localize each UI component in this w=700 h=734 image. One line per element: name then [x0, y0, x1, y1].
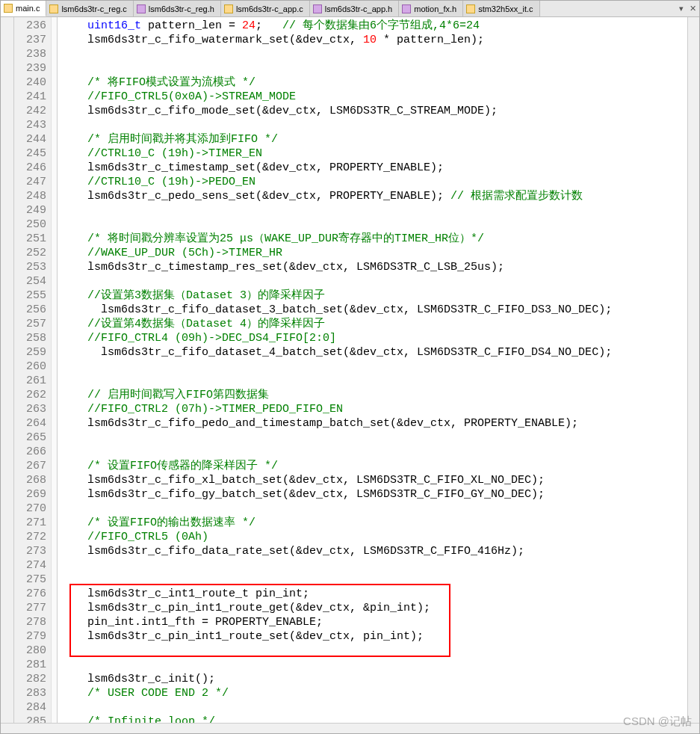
code-line[interactable]: lsm6ds3tr_c_int1_route_t pin_int;	[61, 587, 687, 601]
line-number: 249	[14, 203, 46, 218]
code-line[interactable]: lsm6ds3tr_c_timestamp_set(&dev_ctx, PROP…	[61, 161, 687, 175]
code-line[interactable]: //设置第4数据集（Dataset 4）的降采样因子	[61, 317, 687, 331]
code-line[interactable]: /* Infinite loop */	[61, 715, 687, 723]
code-line[interactable]: lsm6ds3tr_c_fifo_mode_set(&dev_ctx, LSM6…	[61, 104, 687, 118]
code-line[interactable]: /* 将FIFO模式设置为流模式 */	[61, 75, 687, 90]
code-line[interactable]: lsm6ds3tr_c_fifo_pedo_and_timestamp_batc…	[61, 416, 687, 431]
line-number: 247	[14, 175, 46, 189]
code-line[interactable]: lsm6ds3tr_c_fifo_data_rate_set(&dev_ctx,…	[61, 544, 687, 558]
code-line[interactable]: //FIFO_CTRL2 (07h)->TIMER_PEDO_FIFO_EN	[61, 402, 687, 416]
line-number: 266	[14, 445, 46, 459]
code-line[interactable]: lsm6ds3tr_c_fifo_dataset_3_batch_set(&de…	[61, 303, 687, 317]
tab-stm32h5xx-it-c[interactable]: stm32h5xx_it.c	[463, 1, 539, 16]
tab-label: motion_fx.h	[414, 4, 456, 13]
line-number: 256	[14, 303, 46, 317]
code-area[interactable]: uint16_t pattern_len = 24; // 每个数据集由6个字节…	[58, 17, 687, 723]
code-line[interactable]	[61, 274, 687, 289]
tab-dropdown-icon[interactable]: ▾	[676, 4, 687, 13]
line-number: 242	[14, 104, 46, 118]
tab-main-c[interactable]: main.c	[1, 1, 46, 16]
line-number: 237	[14, 33, 46, 47]
code-line[interactable]: lsm6ds3tr_c_fifo_dataset_4_batch_set(&de…	[61, 345, 687, 360]
line-number: 284	[14, 700, 46, 715]
code-line[interactable]: lsm6ds3tr_c_init();	[61, 672, 687, 686]
code-line[interactable]: lsm6ds3tr_c_fifo_watermark_set(&dev_ctx,…	[61, 33, 687, 47]
code-line[interactable]: lsm6ds3tr_c_timestamp_res_set(&dev_ctx, …	[61, 260, 687, 274]
code-line[interactable]: lsm6ds3tr_c_pin_int1_route_set(&dev_ctx,…	[61, 629, 687, 644]
file-c-icon	[224, 4, 233, 13]
code-line[interactable]: lsm6ds3tr_c_fifo_gy_batch_set(&dev_ctx, …	[61, 487, 687, 502]
code-line[interactable]	[61, 374, 687, 388]
code-line[interactable]	[61, 558, 687, 573]
line-number: 240	[14, 75, 46, 90]
code-line[interactable]	[61, 573, 687, 587]
code-line[interactable]	[61, 644, 687, 658]
tab-lsm6ds3tr-c-reg-c[interactable]: lsm6ds3tr-c_reg.c	[46, 1, 133, 16]
line-number: 259	[14, 345, 46, 360]
code-line[interactable]	[61, 502, 687, 516]
line-number: 276	[14, 587, 46, 601]
line-number: 280	[14, 644, 46, 658]
code-line[interactable]: uint16_t pattern_len = 24; // 每个数据集由6个字节…	[61, 19, 687, 33]
file-c-icon	[49, 4, 58, 13]
code-line[interactable]: lsm6ds3tr_c_pedo_sens_set(&dev_ctx, PROP…	[61, 189, 687, 203]
tab-lsm6ds3tr-c-reg-h[interactable]: lsm6ds3tr-c_reg.h	[134, 1, 221, 16]
fold-gutter	[52, 17, 58, 723]
tab-label: lsm6ds3tr-c_app.h	[325, 4, 393, 13]
tab-motion-fx-h[interactable]: motion_fx.h	[399, 1, 463, 16]
code-line[interactable]: //FIFO_CTRL4 (09h)->DEC_DS4_FIFO[2:0]	[61, 331, 687, 345]
code-line[interactable]: // 启用时间戳写入FIFO第四数据集	[61, 388, 687, 402]
file-c-icon	[4, 4, 13, 13]
code-line[interactable]	[61, 658, 687, 672]
line-number: 268	[14, 473, 46, 487]
code-line[interactable]: lsm6ds3tr_c_pin_int1_route_get(&dev_ctx,…	[61, 601, 687, 615]
file-h-icon	[402, 4, 411, 13]
line-number: 236	[14, 19, 46, 33]
tab-close-icon[interactable]: ✕	[687, 4, 699, 13]
tab-label: lsm6ds3tr-c_app.c	[236, 4, 303, 13]
vertical-scrollbar[interactable]	[687, 17, 699, 723]
line-number: 246	[14, 161, 46, 175]
code-line[interactable]	[61, 61, 687, 75]
tab-bar: main.clsm6ds3tr-c_reg.clsm6ds3tr-c_reg.h…	[1, 1, 699, 17]
line-number: 278	[14, 615, 46, 629]
tab-lsm6ds3tr-c-app-c[interactable]: lsm6ds3tr-c_app.c	[221, 1, 310, 16]
code-line[interactable]: //FIFO_CTRL5 (0Ah)	[61, 530, 687, 544]
line-number: 257	[14, 317, 46, 331]
line-number: 269	[14, 487, 46, 502]
code-line[interactable]: pin_int.int1_fth = PROPERTY_ENABLE;	[61, 615, 687, 629]
code-line[interactable]	[61, 445, 687, 459]
code-line[interactable]	[61, 700, 687, 715]
line-number: 271	[14, 516, 46, 530]
line-number: 260	[14, 360, 46, 374]
line-number: 267	[14, 459, 46, 473]
code-line[interactable]	[61, 118, 687, 132]
line-number: 277	[14, 601, 46, 615]
code-line[interactable]	[61, 47, 687, 61]
code-line[interactable]: lsm6ds3tr_c_fifo_xl_batch_set(&dev_ctx, …	[61, 473, 687, 487]
code-line[interactable]: //设置第3数据集（Dataset 3）的降采样因子	[61, 289, 687, 303]
code-line[interactable]	[61, 203, 687, 218]
code-line[interactable]: /* USER CODE END 2 */	[61, 686, 687, 700]
code-line[interactable]: /* 设置FIFO的输出数据速率 */	[61, 516, 687, 530]
code-line[interactable]: /* 设置FIFO传感器的降采样因子 */	[61, 459, 687, 473]
line-number: 282	[14, 672, 46, 686]
code-line[interactable]: //FIFO_CTRL5(0x0A)->STREAM_MODE	[61, 90, 687, 104]
line-number: 241	[14, 90, 46, 104]
file-c-icon	[466, 4, 475, 13]
code-line[interactable]	[61, 360, 687, 374]
line-number: 279	[14, 629, 46, 644]
tab-lsm6ds3tr-c-app-h[interactable]: lsm6ds3tr-c_app.h	[310, 1, 400, 16]
tab-label: main.c	[16, 4, 40, 13]
code-line[interactable]	[61, 431, 687, 445]
horizontal-scrollbar[interactable]	[1, 723, 699, 733]
line-number: 272	[14, 530, 46, 544]
code-line[interactable]: //CTRL10_C (19h)->TIMER_EN	[61, 147, 687, 161]
code-line[interactable]: /* 将时间戳分辨率设置为25 μs（WAKE_UP_DUR寄存器中的TIMER…	[61, 232, 687, 246]
code-line[interactable]: /* 启用时间戳并将其添加到FIFO */	[61, 132, 687, 147]
code-line[interactable]: //WAKE_UP_DUR (5Ch)->TIMER_HR	[61, 246, 687, 260]
code-line[interactable]	[61, 218, 687, 232]
file-h-icon	[137, 4, 146, 13]
code-line[interactable]: //CTRL10_C (19h)->PEDO_EN	[61, 175, 687, 189]
line-number: 264	[14, 416, 46, 431]
